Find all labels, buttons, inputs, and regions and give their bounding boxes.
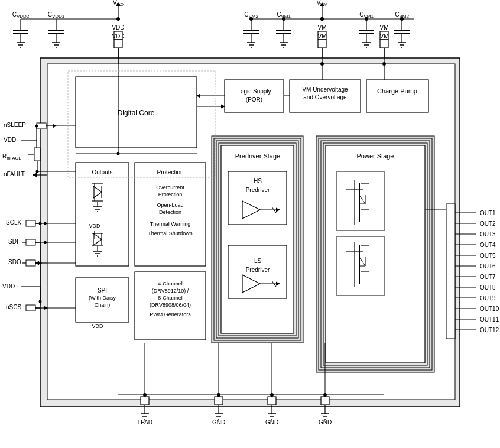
vm-label-right: VM [380, 24, 389, 31]
openload-label: Open-Load [157, 202, 183, 208]
protection-label: Protection [157, 169, 183, 176]
svg-rect-148 [321, 397, 329, 405]
out2-label: OUT2 [480, 220, 496, 227]
outputs-label: Outputs [92, 169, 112, 176]
out9-label: OUT9 [480, 295, 496, 301]
spi-daisy-label: (With Daisy [89, 295, 116, 301]
vdd-label: VDD [112, 24, 124, 31]
out1-label: OUT1 [480, 210, 496, 216]
svg-point-166 [35, 125, 38, 128]
svg-rect-175 [26, 220, 35, 226]
pwm-label1: 4-Channel [158, 281, 183, 287]
overcurrent-label: Overcurrent [156, 184, 184, 190]
out11-label: OUT11 [480, 316, 499, 323]
pwm-label3: 8-Channel [158, 295, 183, 301]
nscs-label: nSCS [6, 304, 21, 310]
svg-rect-111 [337, 171, 384, 231]
svg-rect-179 [26, 239, 35, 245]
svg-point-58 [365, 17, 368, 21]
sdo-label: SDO [8, 259, 21, 265]
svg-point-219 [117, 152, 120, 155]
svg-rect-70 [366, 80, 428, 112]
vm-undervoltage-label2: and Overvoltage [303, 94, 347, 100]
sdi-label: SDI [8, 238, 18, 245]
openload-label2: Detection [159, 209, 181, 215]
svg-rect-204 [446, 204, 455, 339]
out5-label: OUT5 [480, 252, 496, 259]
vdd-outputs-label: VDD [89, 223, 100, 229]
predriver-stage-label: Predriver Stage [235, 152, 280, 160]
nsleep-pin-label: nSLEEP [4, 122, 26, 128]
svg-point-19 [116, 17, 120, 21]
svg-rect-209 [380, 40, 388, 48]
out10-label: OUT10 [480, 306, 499, 312]
out3-label: OUT3 [480, 231, 496, 238]
spi-chain-label: Chain) [95, 302, 111, 308]
svg-point-55 [249, 17, 253, 21]
charge-pump-label: Charge Pump [377, 87, 417, 95]
spi-label: SPI [98, 287, 107, 294]
svg-point-177 [39, 222, 42, 225]
svg-rect-133 [141, 397, 149, 405]
hs-predriver-label2: Predriver [246, 187, 270, 193]
block-diagram: CVDD2 CVDD1 VDD VDD VVM CVM2 CVM1 [0, 0, 500, 448]
logic-supply-label: Logic Supply [237, 88, 271, 95]
sclk-label: SCLK [6, 219, 21, 226]
svg-point-57 [320, 17, 324, 21]
vdd-spi-label: VDD [92, 323, 103, 329]
overcurrent-label2: Protection [158, 191, 183, 197]
out7-label: OUT7 [480, 274, 496, 280]
svg-rect-71 [76, 163, 129, 266]
out8-label: OUT8 [480, 284, 496, 291]
vm-label-center: VM [318, 24, 327, 31]
out4-label: OUT4 [480, 242, 496, 248]
svg-rect-168 [34, 148, 40, 161]
vdd-connector-label: VDD [112, 33, 124, 40]
svg-rect-182 [26, 260, 35, 266]
thermal-warning-label: Thermal Warning [150, 221, 191, 227]
pwm-label5: PWM Generators [150, 311, 191, 317]
vm-connector2-label: VM [380, 33, 389, 40]
vm-undervoltage-label: VM Undervoltage [302, 86, 348, 93]
thermal-shutdown-label: Thermal Shutdown [148, 231, 193, 236]
svg-rect-188 [26, 305, 35, 311]
out12-label: OUT12 [480, 327, 499, 333]
vdd-left-label: VDD [4, 137, 16, 143]
logic-supply-por: (POR) [246, 96, 262, 103]
svg-point-56 [282, 17, 285, 21]
pwm-label4: (DRV8908/06/04) [150, 302, 191, 308]
svg-rect-138 [215, 397, 223, 405]
ls-predriver-label1: LS [254, 258, 262, 264]
pwm-label2: (DRV8912/10) / [152, 288, 189, 294]
vm-connector-label: VM [318, 33, 327, 40]
nfault-label: nFAULT [4, 171, 25, 177]
out6-label: OUT6 [480, 263, 496, 270]
vdd-left2-label: VDD [2, 283, 15, 290]
power-stage-label: Power Stage [357, 152, 394, 160]
ls-predriver-label2: Predriver [246, 267, 270, 273]
svg-point-59 [400, 17, 404, 21]
svg-rect-143 [268, 397, 276, 405]
svg-rect-207 [318, 40, 326, 48]
svg-rect-206 [114, 40, 122, 48]
digital-core-label: Digital Core [118, 109, 155, 117]
hs-predriver-label1: HS [254, 178, 262, 184]
